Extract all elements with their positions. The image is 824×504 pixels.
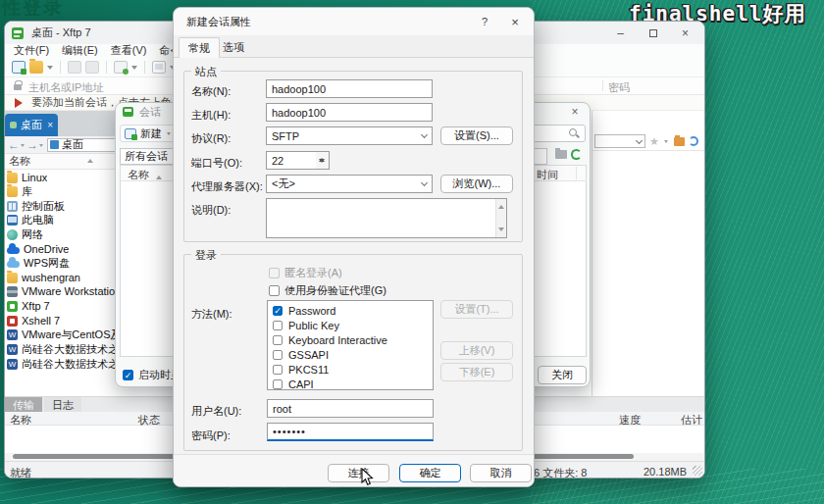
protocol-select[interactable]: SFTP bbox=[266, 126, 433, 145]
list-item[interactable]: Xshell 7 bbox=[7, 314, 127, 328]
sort-asc-icon bbox=[156, 173, 162, 179]
home-icon[interactable] bbox=[674, 137, 685, 146]
connect-button[interactable]: 连接 bbox=[328, 464, 389, 482]
name-input[interactable]: hadoop100 bbox=[266, 79, 433, 98]
list-item[interactable]: 控制面板 bbox=[7, 199, 127, 213]
list-item[interactable]: W尚硅谷大数据技术之L... bbox=[7, 342, 127, 356]
password-input[interactable]: 密码 bbox=[608, 80, 630, 95]
checkbox-unchecked-icon[interactable] bbox=[273, 335, 283, 345]
forward-dropdown-icon[interactable] bbox=[39, 144, 43, 149]
remote-address-combo[interactable] bbox=[594, 134, 645, 148]
back-icon[interactable]: ← bbox=[8, 139, 20, 151]
sessions-folder-icon[interactable] bbox=[555, 150, 567, 159]
method-item[interactable]: PKCS11 bbox=[273, 363, 329, 377]
checkbox-unchecked-icon[interactable] bbox=[269, 285, 280, 296]
checkbox-checked-icon[interactable]: ✓ bbox=[273, 306, 283, 316]
list-item[interactable]: VMware Workstatio... bbox=[7, 284, 127, 298]
checkbox-checked-icon[interactable]: ✓ bbox=[123, 370, 133, 380]
menu-view[interactable]: 查看(V) bbox=[111, 43, 147, 58]
minimize-button[interactable]: – bbox=[604, 22, 637, 44]
local-column-header[interactable]: 名称 bbox=[5, 154, 129, 170]
help-button[interactable]: ? bbox=[472, 12, 497, 31]
unlink-icon[interactable] bbox=[85, 61, 99, 74]
method-item[interactable]: Public Key bbox=[273, 319, 339, 332]
anonymous-checkbox-row[interactable]: 匿名登录(A) bbox=[269, 266, 342, 280]
resize-grip[interactable] bbox=[693, 466, 702, 476]
folder-dropdown-icon[interactable] bbox=[47, 66, 53, 73]
tab-options[interactable]: 选项 bbox=[214, 37, 253, 58]
method-item[interactable]: Keyboard Interactive bbox=[273, 333, 387, 347]
open-folder-icon[interactable] bbox=[29, 61, 43, 74]
list-item[interactable]: OneDrive bbox=[7, 242, 127, 256]
sort-asc-icon bbox=[87, 156, 93, 163]
checkbox-unchecked-icon[interactable] bbox=[273, 365, 283, 375]
method-item[interactable]: CAPI bbox=[273, 378, 314, 391]
scroll-down-icon[interactable] bbox=[498, 227, 504, 234]
description-textarea[interactable] bbox=[266, 198, 507, 238]
method-item[interactable]: GSSAPI bbox=[273, 348, 329, 362]
list-item[interactable]: wushengran bbox=[7, 271, 127, 284]
protocol-settings-button[interactable]: 设置(S)... bbox=[440, 126, 513, 145]
link-icon[interactable] bbox=[68, 61, 81, 74]
new-session-icon[interactable] bbox=[12, 61, 26, 74]
username-input[interactable]: root bbox=[267, 399, 434, 418]
scroll-up-icon[interactable] bbox=[498, 202, 504, 209]
session-close-button[interactable]: 关闭 bbox=[538, 366, 587, 384]
properties-icon[interactable] bbox=[114, 61, 128, 74]
checkbox-unchecked-icon[interactable] bbox=[273, 350, 283, 360]
menu-file[interactable]: 文件(F) bbox=[14, 43, 49, 58]
properties-dropdown-icon[interactable] bbox=[131, 66, 137, 73]
monitor-icon[interactable] bbox=[152, 61, 166, 74]
list-item[interactable]: 此电脑 bbox=[7, 213, 127, 227]
back-dropdown-icon[interactable] bbox=[21, 144, 25, 149]
field-divider bbox=[602, 80, 603, 91]
agent-checkbox-row[interactable]: 使用身份验证代理(G) bbox=[269, 283, 386, 298]
checkbox-unchecked-icon[interactable] bbox=[273, 379, 283, 389]
proxy-browse-button[interactable]: 浏览(W)... bbox=[440, 175, 513, 193]
method-item[interactable]: ✓Password bbox=[273, 304, 335, 318]
favorites-star-icon[interactable]: ★ bbox=[649, 135, 659, 148]
port-input[interactable]: 22 bbox=[266, 151, 317, 170]
maximize-button[interactable] bbox=[637, 22, 669, 44]
refresh-icon[interactable] bbox=[689, 136, 698, 146]
close-button[interactable]: × bbox=[669, 22, 701, 44]
list-item[interactable]: W尚硅谷大数据技术之S... bbox=[7, 357, 127, 371]
tab-desktop[interactable]: 桌面 × bbox=[5, 114, 58, 136]
list-item[interactable]: 网络 bbox=[7, 227, 127, 241]
cancel-button[interactable]: 取消 bbox=[470, 464, 532, 482]
password-label: 密码(P): bbox=[191, 428, 231, 443]
textarea-scrollbar[interactable] bbox=[495, 199, 506, 237]
host-input[interactable]: hadoop100 bbox=[266, 103, 433, 122]
vmware-icon bbox=[7, 286, 18, 297]
session-col-time[interactable]: 时间 bbox=[537, 168, 558, 182]
forward-icon[interactable]: → bbox=[26, 139, 38, 151]
list-item[interactable]: Linux bbox=[7, 171, 127, 184]
new-session-button[interactable]: 新建 bbox=[120, 125, 178, 142]
proxy-select[interactable]: <无> bbox=[266, 175, 433, 193]
list-item[interactable]: 库 bbox=[7, 184, 127, 198]
ok-button[interactable]: 确定 bbox=[399, 464, 461, 482]
host-input[interactable]: 主机名或IP地址 bbox=[28, 80, 103, 95]
list-item[interactable]: WPS网盘 bbox=[7, 256, 127, 270]
tab-transfer[interactable]: 传输 bbox=[5, 397, 42, 413]
favorites-dropdown-icon[interactable] bbox=[664, 140, 668, 145]
wps-cloud-icon bbox=[7, 261, 20, 268]
checkbox-unchecked-icon[interactable] bbox=[273, 321, 283, 330]
session-col-name[interactable]: 名称 bbox=[128, 168, 149, 182]
spin-down-icon[interactable] bbox=[319, 159, 325, 166]
session-close-icon[interactable]: × bbox=[566, 104, 584, 120]
maximize-icon bbox=[649, 29, 657, 37]
list-item[interactable]: Xftp 7 bbox=[7, 299, 127, 313]
port-stepper[interactable] bbox=[316, 151, 330, 170]
dialog-title-bar[interactable]: 新建会话属性 ? × bbox=[174, 8, 534, 35]
list-item[interactable]: WVMware与CentOS及... bbox=[7, 328, 127, 341]
sessions-refresh-icon[interactable] bbox=[571, 149, 582, 160]
tab-log[interactable]: 日志 bbox=[44, 397, 81, 413]
dialog-close-button[interactable]: × bbox=[502, 12, 528, 31]
name-column-label[interactable]: 名称 bbox=[9, 154, 30, 169]
method-list[interactable]: ✓Password Public Key Keyboard Interactiv… bbox=[267, 300, 434, 390]
menu-edit[interactable]: 编辑(E) bbox=[62, 43, 98, 58]
new-dropdown-icon[interactable] bbox=[167, 132, 171, 137]
password-input[interactable]: ••••••• bbox=[267, 423, 434, 441]
tab-close-icon[interactable]: × bbox=[47, 120, 53, 130]
